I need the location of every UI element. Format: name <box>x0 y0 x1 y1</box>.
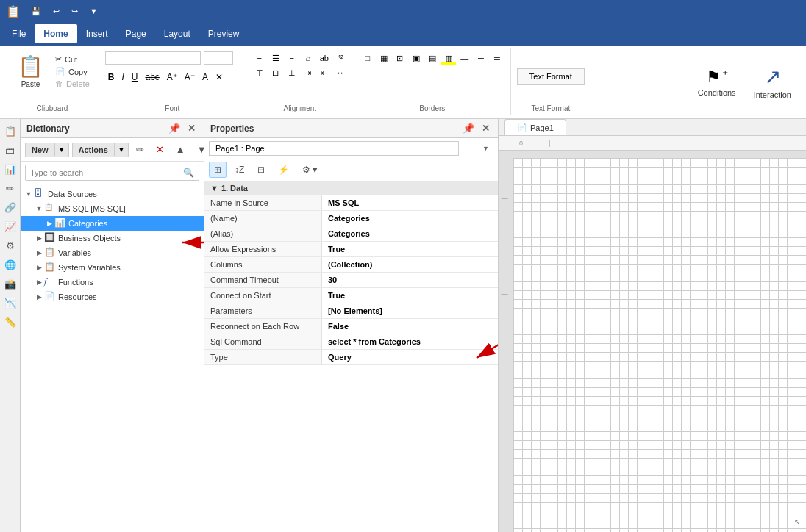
merge-button[interactable]: ab <box>317 51 332 65</box>
dictionary-search-input[interactable] <box>26 166 179 179</box>
new-dropdown[interactable]: ▼ <box>54 143 68 156</box>
italic-button[interactable]: I <box>118 71 126 84</box>
expand-data-sources[interactable]: ▼ <box>24 189 34 199</box>
props-value-reconnect[interactable]: False <box>322 319 498 334</box>
props-value-columns[interactable]: (Collection) <box>322 257 498 272</box>
menu-preview[interactable]: Preview <box>199 24 249 43</box>
props-columns-btn[interactable]: ⊟ <box>252 162 270 178</box>
props-lightning-btn[interactable]: ⚡ <box>273 162 294 178</box>
font-grow-button[interactable]: A⁺ <box>164 71 180 84</box>
expand-business-objects[interactable]: ▶ <box>34 233 44 243</box>
new-button[interactable]: New <box>26 143 54 157</box>
delete-button[interactable]: 🗑 Delete <box>52 79 93 89</box>
properties-dropdown[interactable]: Page1 : Page <box>209 141 459 156</box>
conditions-button[interactable]: ⚑⁺ Conditions <box>689 62 745 103</box>
copy-button[interactable]: 📄 Copy <box>52 66 93 77</box>
bold-button[interactable]: B <box>105 71 118 84</box>
move-down-btn[interactable]: ▼ <box>193 141 211 158</box>
actions-button[interactable]: Actions <box>73 143 114 157</box>
undo-btn[interactable]: ↩ <box>49 5 64 18</box>
delete-icon-btn[interactable]: ✕ <box>151 141 168 158</box>
expand-categories[interactable]: ▶ <box>44 218 54 229</box>
properties-pin-btn[interactable]: 📌 <box>460 122 477 134</box>
sidebar-icon-2[interactable]: 🗃 <box>1 141 19 159</box>
props-category-btn[interactable]: ⊞ <box>209 162 227 178</box>
props-value-alias[interactable]: Categories <box>322 226 498 241</box>
expand-system-variables[interactable]: ▶ <box>34 262 44 273</box>
props-value-connect-on-start[interactable]: True <box>322 288 498 303</box>
tree-item-resources[interactable]: ▶ 📄 Resources <box>21 290 204 304</box>
indent-button[interactable]: ⇥ <box>301 66 315 79</box>
sidebar-icon-3[interactable]: 📊 <box>1 160 19 178</box>
align-left-button[interactable]: ≡ <box>252 51 267 65</box>
menu-home[interactable]: Home <box>35 24 76 43</box>
expand-variables[interactable]: ▶ <box>34 248 44 258</box>
align-center-button[interactable]: ☰ <box>268 51 283 65</box>
align-right-button[interactable]: ≡ <box>285 51 299 65</box>
wrap-text-button[interactable]: ⌂ <box>301 51 315 65</box>
properties-close-btn[interactable]: ✕ <box>479 122 492 134</box>
sidebar-icon-6[interactable]: 📈 <box>1 218 19 235</box>
interaction-button[interactable]: ↗ Interaction <box>745 59 800 105</box>
move-up-btn[interactable]: ▲ <box>171 141 190 158</box>
actions-dropdown[interactable]: ▼ <box>114 143 128 156</box>
sidebar-icon-5[interactable]: 🔗 <box>1 198 19 216</box>
menu-file[interactable]: File <box>3 24 35 43</box>
tree-item-system-variables[interactable]: ▶ 📋 System Variables <box>21 260 204 275</box>
sidebar-icon-11[interactable]: 📏 <box>1 313 19 331</box>
text-format-input[interactable]: Text Format <box>517 68 585 85</box>
border-color-btn[interactable]: — <box>457 51 472 65</box>
valign-bot-button[interactable]: ⊥ <box>285 66 299 79</box>
border-btn-5[interactable]: ▤ <box>425 51 440 65</box>
underline-button[interactable]: U <box>129 71 141 84</box>
font-shrink-button[interactable]: A⁻ <box>182 71 198 84</box>
sidebar-icon-4[interactable]: ✏ <box>1 179 19 197</box>
sidebar-icon-7[interactable]: ⚙ <box>1 237 19 254</box>
props-value-parameters[interactable]: [No Elements] <box>322 303 498 318</box>
font-color-button[interactable]: A <box>199 71 211 84</box>
props-value-type[interactable]: Query <box>322 350 498 364</box>
valign-mid-button[interactable]: ⊟ <box>268 66 283 79</box>
canvas-grid[interactable] <box>513 158 806 532</box>
border-width-btn[interactable]: ═ <box>490 51 504 65</box>
canvas-tab-page1[interactable]: 📄 Page1 <box>504 119 566 135</box>
border-btn-1[interactable]: □ <box>360 51 375 65</box>
expand-resources[interactable]: ▶ <box>34 292 44 302</box>
section-collapse-icon[interactable]: ▼ <box>210 184 218 193</box>
expand-ms-sql[interactable]: ▼ <box>34 204 44 214</box>
tree-item-functions[interactable]: ▶ 𝑓 Functions <box>21 275 204 290</box>
search-icon-btn[interactable]: 🔍 <box>179 165 199 180</box>
props-value-command-timeout[interactable]: 30 <box>322 273 498 287</box>
paste-button[interactable]: 📋 Paste <box>12 51 49 91</box>
cut-button[interactable]: ✂ Cut <box>52 54 93 65</box>
rtl-button[interactable]: ↔ <box>333 66 348 79</box>
redo-btn[interactable]: ↪ <box>67 5 82 18</box>
outdent-button[interactable]: ⇤ <box>317 66 332 79</box>
sidebar-icon-8[interactable]: 🌐 <box>1 256 19 273</box>
props-value-name-in-source[interactable]: MS SQL <box>322 195 498 210</box>
sidebar-icon-10[interactable]: 📉 <box>1 294 19 312</box>
border-btn-2[interactable]: ▦ <box>377 51 391 65</box>
props-value-name[interactable]: Categories <box>322 211 498 226</box>
font-size-input[interactable] <box>204 51 233 65</box>
border-btn-4[interactable]: ▣ <box>409 51 424 65</box>
format-button[interactable]: ⁴² <box>333 51 348 65</box>
tree-item-categories[interactable]: ▶ 📊 Categories <box>21 216 204 231</box>
border-btn-3[interactable]: ⊡ <box>393 51 407 65</box>
tree-item-ms-sql[interactable]: ▼ 📋 MS SQL [MS SQL] <box>21 201 204 216</box>
tree-item-business-objects[interactable]: ▶ 🔲 Business Objects <box>21 231 204 245</box>
props-value-sql-command[interactable]: select * from Categories <box>322 334 498 349</box>
edit-icon-btn[interactable]: ✏ <box>132 141 149 158</box>
dictionary-close-btn[interactable]: ✕ <box>185 122 198 134</box>
sidebar-icon-1[interactable]: 📋 <box>1 122 19 140</box>
save-btn[interactable]: 💾 <box>26 5 46 18</box>
strikethrough-button[interactable]: abc <box>142 71 162 84</box>
dictionary-pin-btn[interactable]: 📌 <box>166 122 182 134</box>
tree-item-variables[interactable]: ▶ 📋 Variables <box>21 245 204 260</box>
props-settings-btn[interactable]: ⚙▼ <box>297 162 324 178</box>
border-line-btn[interactable]: ─ <box>474 51 488 65</box>
props-value-allow-expressions[interactable]: True <box>322 242 498 256</box>
expand-functions[interactable]: ▶ <box>34 277 44 287</box>
dropdown-btn[interactable]: ▼ <box>85 5 102 18</box>
valign-top-button[interactable]: ⊤ <box>252 66 267 79</box>
